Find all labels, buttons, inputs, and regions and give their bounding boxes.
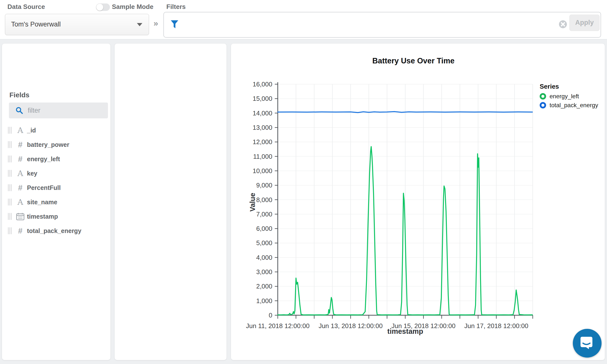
y-tick-label: 15,000 (253, 95, 272, 102)
y-tick-label: 3,000 (256, 268, 272, 276)
y-tick-label: 7,000 (256, 210, 272, 218)
legend-items: energy_lefttotal_pack_energy (540, 93, 598, 109)
legend-label: energy_left (550, 93, 579, 100)
x-tick-label: Jun 17, 2018 12:00:00 (464, 322, 528, 330)
y-tick-label: 10,000 (253, 167, 272, 175)
legend-item-total_pack_energy[interactable]: total_pack_energy (540, 102, 598, 109)
legend-title: Series (540, 83, 598, 90)
x-axis-title: timestamp (356, 327, 455, 336)
y-tick-label: 6,000 (256, 225, 272, 232)
y-tick-label: 13,000 (253, 124, 272, 131)
legend-item-energy_left[interactable]: energy_left (540, 93, 598, 100)
legend-ring-icon (540, 93, 546, 100)
y-tick-label: 12,000 (253, 138, 272, 146)
y-axis-title: Value (249, 182, 257, 222)
y-tick-label: 0 (269, 312, 272, 319)
line-chart: 01,0002,0003,0004,0005,0006,0007,0008,00… (0, 0, 607, 364)
y-tick-label: 5,000 (256, 239, 272, 247)
legend-label: total_pack_energy (550, 102, 598, 109)
series-line-total_pack_energy (278, 112, 532, 113)
chat-bubble-button[interactable] (573, 329, 602, 358)
chat-bubble-icon (579, 335, 595, 352)
legend-ring-icon (540, 102, 546, 108)
x-tick-label: Jun 11, 2018 12:00:00 (246, 322, 310, 330)
y-tick-label: 11,000 (253, 153, 272, 160)
chart-legend: Series energy_lefttotal_pack_energy (540, 83, 598, 111)
y-tick-label: 14,000 (253, 109, 272, 117)
y-tick-label: 9,000 (256, 182, 272, 189)
chart-title: Battery Use Over Time (290, 56, 537, 65)
y-tick-label: 4,000 (256, 254, 272, 261)
y-tick-label: 8,000 (256, 196, 272, 204)
y-tick-label: 16,000 (253, 80, 272, 88)
y-tick-label: 2,000 (256, 283, 272, 290)
y-tick-label: 1,000 (256, 297, 272, 305)
